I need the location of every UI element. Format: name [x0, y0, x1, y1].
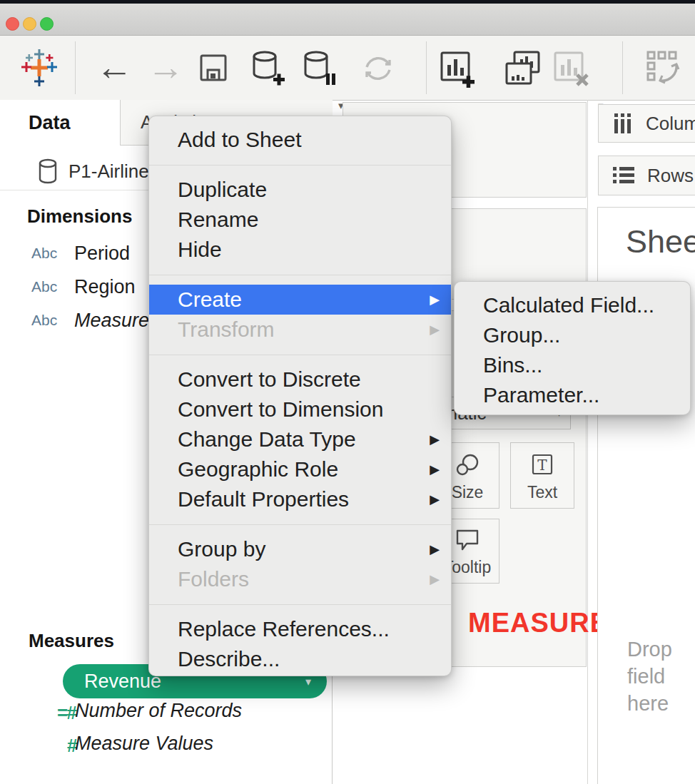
datasource-name: P1-Airline: [69, 161, 149, 183]
menu-item-folders[interactable]: Folders▶: [149, 564, 451, 594]
dimensions-header: Dimensions: [27, 205, 132, 228]
close-button[interactable]: [6, 17, 19, 31]
text-button[interactable]: T Text: [510, 442, 574, 509]
sheet-title: Sheet 1: [626, 223, 695, 260]
abc-datatype-icon: Abc: [31, 312, 74, 329]
menu-item-default-properties[interactable]: Default Properties▶: [149, 484, 451, 514]
toolbar-divider: [426, 41, 427, 94]
measures-header: Measures: [29, 630, 114, 652]
submenu-arrow-icon: ▶: [430, 432, 440, 447]
save-icon[interactable]: [197, 51, 230, 84]
menu-item-describe[interactable]: Describe...: [149, 644, 451, 674]
tab-data[interactable]: Data: [29, 100, 71, 146]
menu-separator: [149, 514, 451, 534]
field-label: Period: [74, 243, 130, 265]
text-icon: T: [529, 453, 556, 477]
menu-separator: [149, 265, 451, 285]
menu-item-convert-to-discrete[interactable]: Convert to Discrete: [149, 365, 451, 394]
columns-icon: [612, 112, 634, 135]
field-label: Number of Records: [75, 700, 242, 722]
field-context-menu: Add to Sheet Duplicate Rename Hide Creat…: [148, 116, 452, 676]
toolbar-divider: [75, 41, 76, 94]
duplicate-sheet-icon[interactable]: [502, 49, 544, 88]
tooltip-icon: [453, 528, 482, 552]
menu-item-transform[interactable]: Transform▶: [149, 315, 451, 345]
rows-shelf-label: Rows: [647, 165, 694, 187]
database-icon: [37, 158, 59, 184]
submenu-item-group[interactable]: Group...: [455, 320, 690, 350]
submenu-arrow-icon: ▶: [430, 541, 440, 557]
submenu-arrow-icon: ▶: [430, 292, 440, 307]
size-icon: [453, 453, 482, 477]
menu-separator: [149, 345, 451, 365]
menu-item-geographic-role[interactable]: Geographic Role▶: [149, 454, 451, 484]
submenu-arrow-icon: ▶: [430, 492, 440, 507]
toolbar: ← → ▾: [0, 36, 695, 101]
menu-item-duplicate[interactable]: Duplicate: [149, 175, 451, 205]
redo-forward-icon[interactable]: →: [143, 46, 188, 88]
tab-data-label: Data: [29, 112, 71, 134]
submenu-arrow-icon: ▶: [430, 571, 440, 587]
submenu-arrow-icon: ▶: [430, 462, 440, 477]
menu-separator: [149, 155, 451, 175]
menu-item-hide[interactable]: Hide: [149, 235, 451, 265]
text-button-label: Text: [527, 483, 557, 502]
pill-caret-icon[interactable]: ▾: [305, 675, 311, 688]
svg-text:T: T: [537, 457, 547, 474]
tableau-logo-icon[interactable]: [17, 46, 61, 90]
clear-sheet-icon[interactable]: [551, 49, 591, 88]
run-auto-updates-icon[interactable]: [361, 51, 395, 86]
size-button-label: Size: [452, 483, 484, 502]
abc-datatype-icon: Abc: [31, 245, 74, 262]
drop-field-hint: Drop field here: [627, 636, 681, 717]
undo-back-icon[interactable]: ←: [91, 46, 137, 88]
columns-shelf[interactable]: Columns: [598, 104, 695, 143]
submenu-arrow-icon: ▶: [430, 322, 440, 337]
new-worksheet-icon[interactable]: [437, 49, 477, 88]
measure-field-measure-values[interactable]: Measure Values: [75, 727, 332, 760]
zoom-button[interactable]: [40, 17, 54, 31]
toolbar-divider: [622, 41, 623, 94]
new-data-source-icon[interactable]: [247, 49, 285, 88]
tableau-window: ← → ▾: [0, 0, 695, 784]
window-titlebar: [0, 4, 695, 36]
submenu-item-parameter[interactable]: Parameter...: [455, 380, 690, 410]
rows-icon: [612, 165, 636, 186]
menu-item-create[interactable]: Create▶: [149, 285, 451, 315]
rows-shelf[interactable]: Rows: [598, 156, 695, 195]
measure-field-number-of-records[interactable]: Number of Records: [75, 694, 332, 727]
columns-shelf-label: Columns: [646, 113, 695, 135]
panel-divider: [587, 100, 588, 784]
minimize-button[interactable]: [23, 17, 36, 31]
menu-item-add-to-sheet[interactable]: Add to Sheet: [149, 125, 451, 155]
swap-icon[interactable]: [644, 49, 685, 88]
menu-item-replace-references[interactable]: Replace References...: [149, 614, 451, 644]
menu-item-group-by[interactable]: Group by▶: [149, 534, 451, 564]
menu-item-convert-to-dimension[interactable]: Convert to Dimension: [149, 394, 451, 424]
field-label: Measure Values: [75, 733, 213, 755]
measure-annotation: MEASURE: [468, 608, 609, 638]
create-submenu: Calculated Field... Group... Bins... Par…: [454, 281, 691, 415]
submenu-item-calculated-field[interactable]: Calculated Field...: [455, 290, 690, 320]
menu-separator: [149, 594, 451, 614]
field-label: Region: [74, 276, 136, 298]
menu-item-change-data-type[interactable]: Change Data Type▶: [149, 424, 451, 454]
submenu-item-bins[interactable]: Bins...: [455, 350, 690, 380]
pause-auto-updates-icon[interactable]: [300, 49, 337, 88]
abc-datatype-icon: Abc: [31, 278, 74, 295]
menu-item-rename[interactable]: Rename: [149, 205, 451, 235]
